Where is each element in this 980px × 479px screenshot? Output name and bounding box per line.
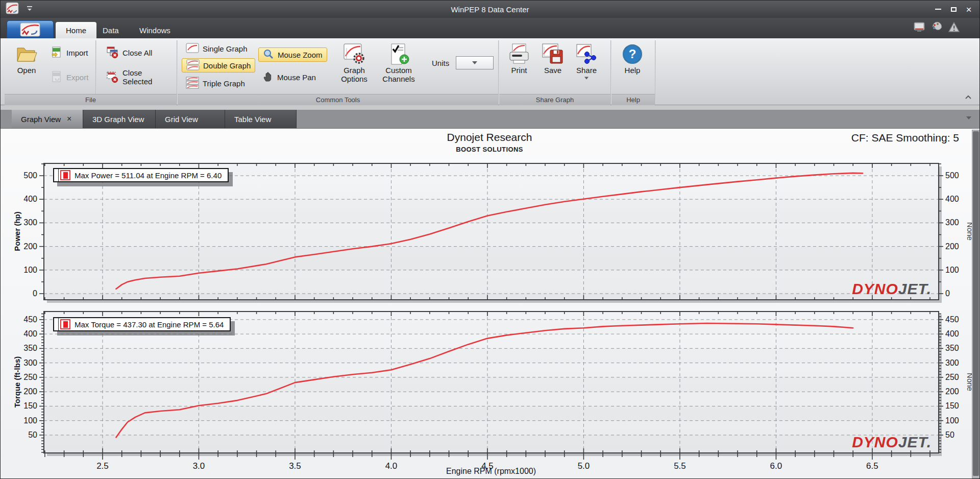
mouse-pan-button[interactable]: Mouse Pan (258, 70, 320, 84)
x-tick-label: 5.0 (578, 461, 590, 471)
graph-options-button[interactable]: Graph Options (335, 42, 374, 83)
magnifier-icon (263, 49, 274, 61)
chart-subtitle: BOOST SOLUTIONS (456, 146, 523, 153)
tab-3d-graph-view[interactable]: 3D Graph View (83, 110, 156, 128)
y-tick-label-right: 100 (945, 416, 959, 425)
x-tick-label: 4.0 (385, 461, 398, 471)
mouse-zoom-button[interactable]: Mouse Zoom (258, 47, 327, 62)
triple-graph-icon (186, 77, 199, 90)
x-tick-label: 6.0 (770, 461, 782, 471)
y-tick-label: 200 (23, 387, 37, 396)
ribbon-tab-home[interactable]: Home (56, 22, 96, 38)
y-tick-label: 100 (23, 266, 37, 274)
tab-overflow-icon[interactable] (966, 116, 971, 119)
app-window: WinPEP 8 Data Center × Home Data Windows (0, 0, 980, 479)
y-tick-label: 250 (23, 373, 37, 381)
y-tick-label: 350 (23, 344, 37, 352)
view-tab-strip: Graph View × 3D Graph View Grid View Tab… (1, 105, 979, 128)
import-csv-icon (51, 46, 63, 60)
tab-grid-view[interactable]: Grid View (156, 110, 225, 128)
torque-legend-text: Max Torque = 437.30 at Engine RPM = 5.64 (75, 320, 224, 329)
tab-close-icon[interactable]: × (66, 115, 72, 123)
floppy-chart-icon (541, 42, 565, 66)
plot-band (44, 270, 939, 294)
paint-theme-icon[interactable] (930, 21, 943, 35)
ribbon-tab-windows[interactable]: Windows (129, 22, 181, 38)
group-caption-common-tools: Common Tools (178, 94, 498, 105)
plot-band (44, 363, 939, 377)
power-legend-marker (60, 170, 70, 180)
plot-band (44, 392, 939, 406)
ribbon: Open Import Export Close All (1, 38, 979, 105)
help-button[interactable]: ? Help (618, 42, 647, 75)
scrollbar-thumb[interactable] (973, 131, 979, 476)
minimize-button[interactable] (930, 3, 946, 16)
group-caption-file: File (5, 94, 177, 105)
maximize-button[interactable] (946, 3, 961, 16)
open-button[interactable]: Open (11, 42, 42, 75)
tab-graph-view[interactable]: Graph View × (12, 110, 83, 128)
printer-icon (507, 42, 531, 66)
y-tick-label: 400 (23, 329, 37, 338)
y-tick-label: 50 (28, 430, 37, 439)
torque-legend: Max Torque = 437.30 at Engine RPM = 5.64 (53, 317, 231, 331)
plot-band (44, 421, 939, 435)
ribbon-group-share-graph: Print Share Save Share Share Graph (499, 38, 610, 105)
import-button[interactable]: Import (46, 45, 92, 60)
close-selected-icon (106, 70, 119, 85)
chart-gear-icon (342, 42, 366, 66)
ribbon-collapse-icon[interactable] (964, 93, 972, 103)
torque-chart[interactable]: 5050100100150150200200250250300300350350… (23, 312, 959, 471)
power-legend-text: Max Power = 511.04 at Engine RPM = 6.40 (75, 171, 222, 180)
quick-access-dropdown-icon[interactable] (26, 5, 33, 14)
tab-table-view[interactable]: Table View (225, 110, 297, 128)
close-button[interactable]: × (961, 3, 976, 16)
y-tick-label-right: 200 (945, 242, 959, 251)
double-graph-icon (186, 59, 200, 72)
y-tick-label-right: 300 (945, 358, 959, 367)
ribbon-tab-row: Home Data Windows (1, 18, 979, 38)
y-tick-label: 150 (23, 401, 37, 410)
application-menu-button[interactable] (7, 20, 54, 38)
y-tick-label-right: 250 (945, 373, 959, 381)
plot-band (44, 334, 939, 348)
y-tick-label-right: 50 (945, 430, 954, 439)
correction-factor-label: CF: SAE Smoothing: 5 (851, 132, 959, 144)
ribbon-group-help: ? Help Help (611, 38, 655, 105)
page-check-plus-icon (387, 42, 410, 66)
export-button[interactable]: Export (46, 70, 92, 84)
graph-view-panel: 00100100200200300300400400500500DYNOJET.… (1, 128, 980, 479)
alert-icon[interactable] (948, 21, 960, 35)
y-tick-label: 500 (23, 171, 37, 180)
ribbon-tab-data[interactable]: Data (92, 22, 129, 38)
save-button[interactable]: Share Save (538, 42, 568, 75)
app-logo-icon (6, 2, 19, 16)
share-button[interactable]: Share (572, 42, 601, 80)
x-tick-label: 3.5 (289, 461, 301, 471)
dynojet-watermark: DYNOJET. (852, 280, 932, 297)
close-all-button[interactable]: Close All (102, 45, 156, 60)
x-axis-title: Engine RPM (rpmx1000) (446, 467, 536, 476)
display-style-icon[interactable] (913, 21, 925, 35)
vertical-scrollbar[interactable] (972, 130, 980, 478)
units-dropdown[interactable] (456, 56, 494, 69)
y-tick-label: 300 (23, 218, 37, 227)
x-tick-label: 6.5 (866, 461, 878, 471)
close-selected-button[interactable]: Close Selected (102, 70, 177, 84)
triple-graph-button[interactable]: Triple Graph (182, 76, 249, 90)
winpep-logo-icon (20, 22, 40, 37)
close-all-icon (106, 45, 119, 60)
print-button[interactable]: Print (504, 42, 534, 75)
y-tick-label-right: 100 (945, 266, 959, 274)
double-graph-button[interactable]: Double Graph (182, 58, 255, 73)
custom-channels-button[interactable]: Custom Channels (378, 42, 420, 83)
power-legend: Max Power = 511.04 at Engine RPM = 6.40 (53, 168, 229, 182)
share-dropdown-icon[interactable] (584, 77, 589, 80)
export-csv-icon (51, 70, 63, 84)
hand-pan-icon (262, 71, 274, 84)
y-tick-label-right: 350 (945, 344, 959, 352)
power-chart[interactable]: 00100100200200300300400400500500DYNOJET. (23, 163, 959, 303)
y-tick-label-right: 0 (945, 289, 950, 298)
single-graph-button[interactable]: Single Graph (182, 41, 252, 56)
chevron-down-icon (472, 61, 477, 64)
